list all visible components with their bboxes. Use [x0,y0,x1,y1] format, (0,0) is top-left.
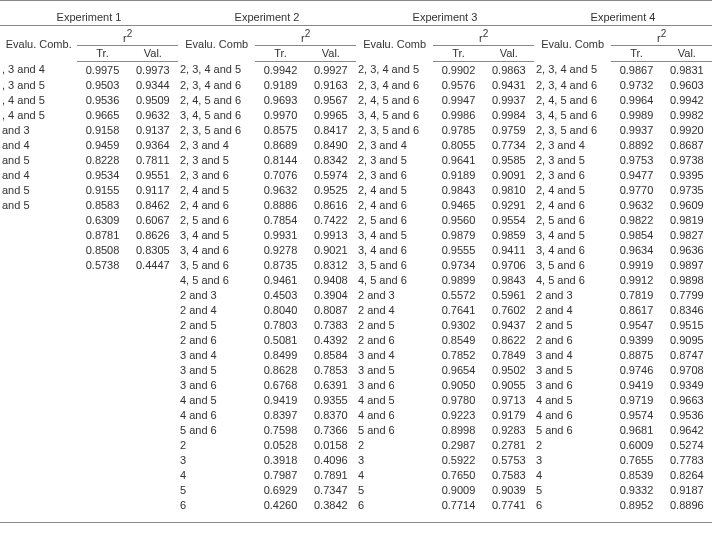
row-val: 0.9663 [662,392,712,407]
row-val: 0.9942 [662,92,712,107]
row-val [128,362,178,377]
row-label: and 3 [0,122,77,137]
row-tr: 0.8735 [255,257,305,272]
row-tr: 0.9632 [255,182,305,197]
row-label: 2 and 3 [534,287,611,302]
row-label: 2, 5 and 6 [534,212,611,227]
row-tr [77,482,127,497]
row-tr: 0.9770 [611,182,661,197]
row-val: 0.7366 [306,422,356,437]
row-tr: 0.8040 [255,302,305,317]
table-row: and 30.91580.91372, 3, 5 and 60.85750.84… [0,122,712,137]
row-label: 3 and 6 [534,377,611,392]
row-label: 3 and 6 [178,377,255,392]
exp2-tr: Tr. [255,45,305,62]
row-val: 0.9349 [662,377,712,392]
row-tr: 0.9785 [433,122,483,137]
row-tr: 0.9693 [255,92,305,107]
row-tr [77,437,127,452]
row-tr [77,272,127,287]
row-label: 2 [356,437,433,452]
row-val: 0.9408 [306,272,356,287]
row-label: 2, 3, 4 and 5 [356,62,433,78]
row-label: and 5 [0,152,77,167]
row-tr: 0.9942 [255,62,305,78]
row-val: 0.9636 [662,242,712,257]
row-tr: 0.9641 [433,152,483,167]
row-val: 0.7347 [306,482,356,497]
table-row: and 40.94590.93642, 3 and 40.86890.84902… [0,137,712,152]
row-tr: 0.9634 [611,242,661,257]
row-label: 2, 3, 4 and 5 [178,62,255,78]
row-val: 0.9603 [662,77,712,92]
row-tr: 0.7819 [611,287,661,302]
row-label: 2 and 5 [534,317,611,332]
row-label [0,392,77,407]
row-tr [77,347,127,362]
row-tr [77,287,127,302]
row-tr: 0.8583 [77,197,127,212]
row-val: 0.8264 [662,467,712,482]
row-label: 2, 5 and 6 [356,212,433,227]
row-val: 0.9920 [662,122,712,137]
row-label: 3, 5 and 6 [534,257,611,272]
exp2-val: Val. [306,45,356,62]
row-val: 0.9039 [484,482,534,497]
row-label [0,317,77,332]
row-tr: 0.9681 [611,422,661,437]
row-val: 0.8896 [662,497,712,512]
row-tr: 0.7650 [433,467,483,482]
row-label: 3 [356,452,433,467]
row-val: 0.9554 [484,212,534,227]
row-tr: 0.9555 [433,242,483,257]
row-tr: 0.7714 [433,497,483,512]
row-label: 2, 4 and 6 [178,197,255,212]
table-row: , 3 and 40.99750.99732, 3, 4 and 50.9942… [0,62,712,78]
row-tr: 0.9734 [433,257,483,272]
row-val: 0.8687 [662,137,712,152]
row-label: 6 [178,497,255,512]
row-val: 0.9502 [484,362,534,377]
row-tr: 0.9547 [611,317,661,332]
row-tr: 0.9189 [433,167,483,182]
row-label: 2, 4, 5 and 6 [534,92,611,107]
row-label: 4, 5 and 6 [534,272,611,287]
exp1-tr: Tr. [77,45,127,62]
row-label: 4 and 6 [178,407,255,422]
row-tr: 0.9574 [611,407,661,422]
row-tr: 0.0528 [255,437,305,452]
row-tr: 0.5922 [433,452,483,467]
row-tr: 0.9854 [611,227,661,242]
row-label: 2 and 6 [178,332,255,347]
table-row: and 50.85830.84622, 4 and 60.88860.86162… [0,197,712,212]
row-tr: 0.9536 [77,92,127,107]
table-row: and 50.91550.91172, 4 and 50.96320.95252… [0,182,712,197]
row-val: 0.9095 [662,332,712,347]
exp4-r2: r2 [611,26,712,46]
row-val: 0.7853 [306,362,356,377]
row-val: 0.9163 [306,77,356,92]
row-label: 5 [534,482,611,497]
row-val: 0.4096 [306,452,356,467]
row-label: 2, 3 and 6 [534,167,611,182]
exp3-title: Experiment 3 [356,7,534,26]
exp4-evalu: Evalu. Comb [534,26,611,62]
row-label: 2 and 6 [534,332,611,347]
row-val: 0.3904 [306,287,356,302]
row-label: 2, 3, 5 and 6 [534,122,611,137]
row-label: 2, 3, 5 and 6 [178,122,255,137]
row-label: 2, 3, 4 and 5 [534,62,611,78]
row-label [0,272,77,287]
table-row: 20.05280.015820.29870.278120.60090.5274 [0,437,712,452]
row-tr: 0.8055 [433,137,483,152]
row-val: 0.8305 [128,242,178,257]
row-label: 2, 4, 5 and 6 [178,92,255,107]
row-label: and 5 [0,197,77,212]
table-row: 5 and 60.75980.73665 and 60.89980.92835 … [0,422,712,437]
row-val [128,437,178,452]
row-label: 3, 4 and 6 [534,242,611,257]
table-row: 0.63090.60672, 5 and 60.78540.74222, 5 a… [0,212,712,227]
row-tr: 0.9899 [433,272,483,287]
row-tr: 0.8508 [77,242,127,257]
row-val: 0.9437 [484,317,534,332]
